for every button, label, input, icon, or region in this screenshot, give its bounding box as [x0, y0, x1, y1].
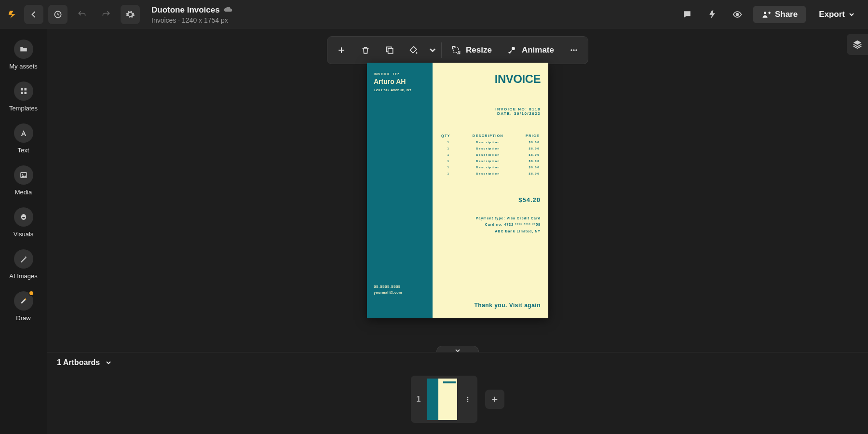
invoice-to-address[interactable]: 123 Park Avenue, NY — [374, 88, 426, 92]
svg-point-14 — [573, 49, 574, 51]
svg-point-1 — [736, 14, 738, 16]
invoice-email[interactable]: yourmail@.com — [374, 291, 402, 294]
top-bar: Duotone Invoices Invoices · 1240 x 1754 … — [0, 0, 868, 29]
resize-button[interactable]: Resize — [444, 39, 500, 62]
app-logo-icon[interactable] — [6, 8, 19, 21]
invoice-payment-type[interactable]: Payment type: Visa Credit Card — [440, 215, 541, 221]
sidebar-item-templates[interactable]: Templates — [0, 77, 47, 119]
svg-point-13 — [570, 49, 572, 51]
top-bar-right: Share Export — [678, 5, 862, 24]
svg-point-17 — [467, 399, 469, 400]
invoice-left-panel: INVOICE TO: Arturo AH 123 Park Avenue, N… — [367, 63, 433, 318]
artboards-panel: 1 Artboards 1 — [47, 352, 868, 434]
svg-point-16 — [467, 397, 469, 398]
invoice-phone[interactable]: 55-5555-5555 — [374, 285, 402, 289]
sidebar-item-draw[interactable]: Draw — [0, 286, 47, 328]
invoice-thankyou[interactable]: Thank you. Visit again — [475, 302, 541, 309]
sidebar-item-label: Visuals — [14, 231, 34, 238]
invoice-row[interactable]: 1Description$8.00 — [440, 137, 541, 144]
settings-button[interactable] — [121, 5, 140, 24]
bolt-button[interactable] — [703, 5, 722, 24]
artboards-header[interactable]: 1 Artboards — [47, 353, 868, 373]
svg-point-8 — [22, 174, 23, 175]
canvas-area[interactable]: Resize Animate INVOICE TO: Arturo AH 123… — [47, 29, 868, 434]
share-label: Share — [775, 10, 798, 19]
svg-point-2 — [764, 12, 766, 14]
project-subtitle: Invoices · 1240 x 1754 px — [151, 16, 232, 24]
thumbnail-more-button[interactable] — [461, 390, 475, 409]
svg-rect-6 — [24, 92, 27, 95]
sidebar-item-aiimages[interactable]: AI Images — [0, 244, 47, 286]
svg-rect-4 — [24, 88, 27, 91]
thumbnail-preview — [427, 379, 457, 420]
toolbar-separator — [441, 42, 442, 58]
invoice-table[interactable]: QTY DESCRIPTION PRICE 1Description$8.00 … — [440, 134, 541, 175]
layers-panel-toggle[interactable] — [847, 34, 868, 55]
invoice-date[interactable]: DATE: 30/10/2022 — [440, 111, 541, 116]
more-button[interactable] — [562, 39, 586, 62]
animate-label: Animate — [522, 45, 554, 55]
th-price: PRICE — [520, 134, 540, 137]
th-desc: DESCRIPTION — [456, 134, 520, 137]
redo-button[interactable] — [96, 5, 116, 24]
invoice-card-no[interactable]: Card no: 4732 **** **** **58 — [440, 221, 541, 228]
add-artboard-button[interactable] — [485, 390, 504, 409]
back-button[interactable] — [24, 5, 43, 24]
svg-rect-10 — [388, 49, 393, 54]
sidebar-item-label: My assets — [9, 63, 38, 70]
svg-point-18 — [467, 401, 469, 402]
invoice-row[interactable]: 1Description$8.00 — [440, 169, 541, 175]
svg-point-9 — [25, 298, 26, 300]
fill-button[interactable] — [402, 39, 426, 62]
brush-icon — [14, 291, 33, 311]
artboard-invoice[interactable]: INVOICE TO: Arturo AH 123 Park Avenue, N… — [367, 63, 548, 318]
project-title[interactable]: Duotone Invoices — [151, 5, 220, 15]
add-button[interactable] — [329, 39, 353, 62]
image-icon — [14, 165, 33, 185]
svg-rect-3 — [21, 88, 23, 91]
duplicate-button[interactable] — [378, 39, 402, 62]
resize-label: Resize — [466, 45, 492, 55]
delete-button[interactable] — [353, 39, 378, 62]
sidebar-item-myassets[interactable]: My assets — [0, 35, 47, 77]
invoice-row[interactable]: 1Description$8.00 — [440, 144, 541, 150]
invoice-to-label[interactable]: INVOICE TO: — [374, 72, 426, 76]
export-button[interactable]: Export — [812, 6, 862, 23]
notification-dot-icon — [28, 290, 34, 296]
invoice-row[interactable]: 1Description$8.00 — [440, 150, 541, 156]
invoice-row[interactable]: 1Description$8.00 — [440, 156, 541, 163]
clock-icon[interactable] — [48, 5, 68, 24]
invoice-row[interactable]: 1Description$8.00 — [440, 163, 541, 169]
artboards-count: 1 Artboards — [57, 358, 100, 367]
animate-button[interactable]: Animate — [500, 39, 562, 62]
th-qty: QTY — [441, 134, 456, 137]
invoice-number[interactable]: INVOICE NO: 8118 — [440, 107, 541, 111]
undo-button[interactable] — [72, 5, 92, 24]
invoice-bank[interactable]: ABC Bank Limited, NY — [440, 228, 541, 234]
artboard-thumbnail[interactable]: 1 — [411, 376, 478, 423]
thumbnail-number: 1 — [414, 395, 424, 404]
invoice-to-name[interactable]: Arturo AH — [374, 78, 426, 85]
comment-button[interactable] — [678, 5, 697, 24]
sidebar-item-text[interactable]: Text — [0, 119, 47, 161]
sidebar-item-visuals[interactable]: Visuals — [0, 203, 47, 244]
floating-toolbar: Resize Animate — [327, 36, 588, 64]
sidebar-item-label: Media — [15, 189, 32, 196]
svg-rect-11 — [454, 48, 459, 53]
sidebar: My assets Templates Text Media Visuals A… — [0, 29, 47, 434]
sidebar-item-media[interactable]: Media — [0, 161, 47, 203]
share-button[interactable]: Share — [753, 6, 806, 23]
chevron-down-icon — [105, 359, 112, 366]
fill-dropdown[interactable] — [426, 39, 439, 62]
preview-button[interactable] — [728, 5, 747, 24]
visuals-icon — [14, 207, 33, 227]
invoice-title[interactable]: INVOICE — [440, 72, 541, 86]
text-icon — [14, 123, 33, 143]
folder-icon — [14, 40, 33, 59]
sidebar-item-label: Draw — [16, 314, 30, 322]
invoice-total[interactable]: $54.20 — [440, 196, 541, 203]
sidebar-item-label: AI Images — [9, 272, 38, 280]
top-bar-left: Duotone Invoices Invoices · 1240 x 1754 … — [6, 5, 232, 24]
grid-icon — [14, 81, 33, 101]
svg-rect-5 — [21, 92, 23, 95]
